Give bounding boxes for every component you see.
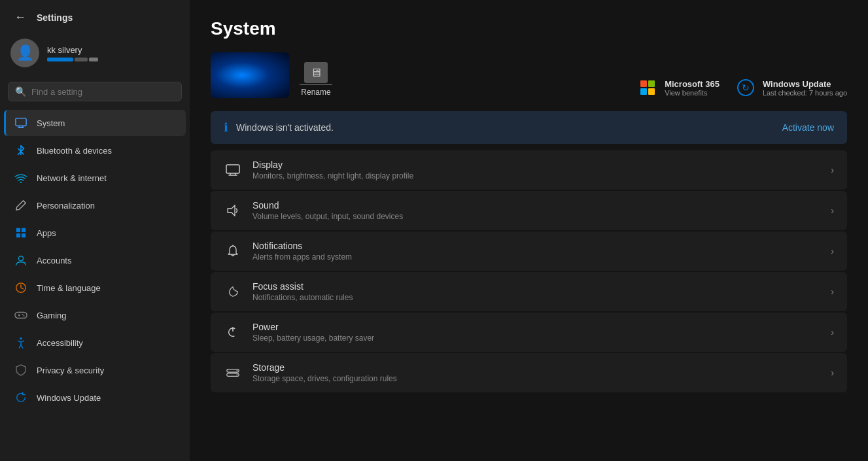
setting-sound[interactable]: Sound Volume levels, output, input, soun… [211,191,847,230]
wu-icon: ↻ [737,79,754,96]
info-icon: ℹ [224,120,228,135]
rename-button[interactable]: Rename [301,86,330,98]
wu-text: Windows Update Last checked: 7 hours ago [763,79,847,97]
wu-badge-icon: ↻ [735,77,756,98]
sidebar-header: ← Settings [0,0,190,32]
activation-text: Windows isn't activated. [236,122,774,133]
power-icon [224,323,242,341]
network-icon [14,171,27,184]
display-icon [224,161,242,179]
sidebar-item-personalization[interactable]: Personalization [4,192,186,218]
search-box[interactable]: 🔍 [8,82,182,101]
user-profile[interactable]: 👤 kk silvery [0,32,190,78]
storage-name: Storage [252,362,820,373]
sidebar-item-label-update: Windows Update [37,393,101,403]
time-icon [14,281,27,294]
rename-underline [300,84,332,85]
storage-icon [224,364,242,382]
rename-container: 🖥 Rename [300,62,332,98]
search-icon: 🔍 [15,86,26,97]
setting-power[interactable]: Power Sleep, battery usage, battery save… [211,313,847,352]
sidebar-item-label-network: Network & internet [37,173,107,183]
sidebar-item-network[interactable]: Network & internet [4,165,186,191]
ms365-badge[interactable]: Microsoft 365 View benefits [637,77,720,98]
power-desc: Sleep, battery usage, battery saver [252,333,820,343]
sidebar-item-gaming[interactable]: Gaming [4,302,186,328]
wu-sub: Last checked: 7 hours ago [763,89,847,97]
pc-thumbnail [211,52,289,98]
apps-icon [14,226,27,239]
pc-icon: 🖥 [304,62,328,83]
activation-banner: ℹ Windows isn't activated. Activate now [211,111,847,144]
display-name: Display [252,160,820,170]
setting-display[interactable]: Display Monitors, brightness, night ligh… [211,150,847,190]
storage-text: Storage Storage space, drives, configura… [252,362,820,383]
storage-desc: Storage space, drives, configuration rul… [252,374,820,383]
focus-text: Focus assist Notifications, automatic ru… [252,281,820,302]
sidebar-item-time[interactable]: Time & language [4,275,186,301]
sidebar-item-label-apps: Apps [37,228,56,238]
display-text: Display Monitors, brightness, night ligh… [252,160,820,180]
storage-chevron: › [831,367,834,378]
search-input[interactable] [31,87,175,97]
avatar: 👤 [10,39,39,67]
sound-chevron: › [831,205,834,216]
sidebar-item-privacy[interactable]: Privacy & security [4,357,186,383]
setting-focus[interactable]: Focus assist Notifications, automatic ru… [211,272,847,311]
svg-point-16 [20,337,22,340]
pc-thumb-inner [211,52,289,98]
sound-name: Sound [252,200,820,211]
svg-rect-5 [16,228,20,232]
svg-point-27 [236,374,237,375]
sidebar-item-update[interactable]: Windows Update [4,384,186,411]
svg-rect-11 [15,312,27,318]
main-content: System 🖥 Rename Micros [190,0,868,461]
bar-seg-3 [89,58,98,61]
settings-list: Display Monitors, brightness, night ligh… [211,150,847,392]
sidebar-item-label-gaming: Gaming [37,311,67,320]
sidebar-item-accessibility[interactable]: Accessibility [4,330,186,356]
svg-rect-1 [18,127,24,128]
notifications-text: Notifications Alerts from apps and syste… [252,241,820,262]
sidebar-item-apps[interactable]: Apps [4,220,186,246]
top-badges: Microsoft 365 View benefits ↻ Windows Up… [637,77,847,98]
notifications-icon [224,242,242,260]
accessibility-icon [14,336,27,349]
svg-rect-6 [22,228,26,232]
activate-now-button[interactable]: Activate now [782,122,834,133]
setting-notifications[interactable]: Notifications Alerts from apps and syste… [211,231,847,271]
user-name: kk silvery [47,45,98,55]
sidebar-item-label-personalization: Personalization [37,201,95,211]
wu-badge[interactable]: ↻ Windows Update Last checked: 7 hours a… [735,77,847,98]
focus-icon [224,282,242,301]
pc-bar: 🖥 Rename Microsoft 365 View benefits [211,52,847,98]
bar-seg-1 [47,58,73,61]
gaming-icon [14,309,27,322]
sidebar-item-system[interactable]: System [4,110,186,136]
sidebar-item-label-bluetooth: Bluetooth & devices [37,146,112,156]
ms365-text: Microsoft 365 View benefits [665,79,720,97]
bluetooth-icon [14,144,27,157]
accounts-icon [14,254,27,267]
svg-rect-8 [22,233,26,237]
sidebar-item-accounts[interactable]: Accounts [4,247,186,273]
ms365-icon [637,77,658,98]
sidebar-item-label-privacy: Privacy & security [37,366,104,375]
display-chevron: › [831,165,834,175]
notifications-chevron: › [831,246,834,256]
sound-text: Sound Volume levels, output, input, soun… [252,200,820,221]
back-button[interactable]: ← [10,9,30,26]
svg-point-4 [20,182,22,183]
svg-point-9 [18,256,23,261]
power-chevron: › [831,327,834,337]
sidebar-item-bluetooth[interactable]: Bluetooth & devices [4,137,186,163]
ms365-sub: View benefits [665,89,720,97]
user-info: kk silvery [47,45,98,61]
sidebar-item-label-time: Time & language [37,283,101,293]
setting-storage[interactable]: Storage Storage space, drives, configura… [211,353,847,392]
sound-desc: Volume levels, output, input, sound devi… [252,212,820,221]
focus-chevron: › [831,286,834,297]
power-text: Power Sleep, battery usage, battery save… [252,322,820,343]
svg-point-26 [236,370,237,371]
privacy-icon [14,364,27,377]
